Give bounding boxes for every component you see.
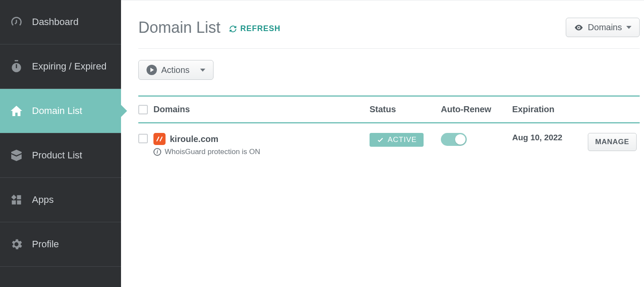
table-header: Domains Status Auto-Renew Expiration (138, 95, 640, 123)
column-domains[interactable]: Domains (153, 104, 370, 114)
gear-icon (9, 237, 24, 252)
row-checkbox[interactable] (138, 134, 148, 143)
play-icon (147, 65, 157, 75)
gauge-icon (9, 14, 24, 30)
sidebar-item-label: Expiring / Expired (32, 61, 106, 72)
expiration-date: Aug 10, 2022 (512, 133, 562, 142)
select-all-checkbox[interactable] (138, 105, 148, 114)
refresh-label: REFRESH (240, 24, 281, 33)
manage-button[interactable]: MANAGE (588, 133, 637, 151)
status-label: ACTIVE (388, 136, 417, 144)
table-row: kiroule.com i WhoisGuard protection is O… (138, 123, 640, 166)
column-auto-renew[interactable]: Auto-Renew (441, 104, 512, 114)
sidebar-item-expiring[interactable]: Expiring / Expired (0, 44, 121, 89)
status-badge: ACTIVE (370, 133, 424, 147)
box-icon (9, 148, 24, 163)
view-dropdown-label: Domains (588, 22, 622, 32)
chevron-down-icon (200, 69, 205, 72)
sidebar-item-domain-list[interactable]: Domain List (0, 89, 121, 133)
refresh-icon (229, 25, 237, 33)
sidebar-item-product-list[interactable]: Product List (0, 133, 121, 178)
page-title: Domain List (138, 19, 220, 37)
sidebar: Dashboard Expiring / Expired Domain List… (0, 0, 121, 287)
sidebar-item-dashboard[interactable]: Dashboard (0, 0, 121, 44)
sidebar-item-label: Profile (32, 239, 59, 250)
sidebar-item-label: Domain List (32, 105, 82, 117)
domain-name[interactable]: kiroule.com (170, 134, 218, 144)
actions-button[interactable]: Actions (138, 60, 214, 80)
apps-icon (9, 192, 24, 208)
auto-renew-toggle[interactable] (441, 133, 467, 146)
namecheap-logo-icon (153, 133, 166, 145)
home-icon (9, 103, 24, 119)
page-header: Domain List REFRESH Domains (138, 18, 640, 49)
sidebar-item-label: Apps (32, 194, 54, 205)
column-expiration[interactable]: Expiration (512, 104, 588, 114)
eye-icon (574, 23, 583, 32)
sidebar-item-apps[interactable]: Apps (0, 178, 121, 222)
sidebar-item-label: Product List (32, 150, 82, 161)
column-status[interactable]: Status (370, 104, 441, 114)
view-dropdown[interactable]: Domains (566, 18, 640, 37)
stopwatch-icon (9, 59, 24, 74)
refresh-button[interactable]: REFRESH (229, 24, 281, 33)
main-content: Domain List REFRESH Domains Actions Dom (121, 0, 644, 287)
info-icon: i (153, 148, 161, 156)
chevron-down-icon (626, 26, 631, 29)
whois-text: WhoisGuard protection is ON (165, 148, 260, 156)
sidebar-item-profile[interactable]: Profile (0, 222, 121, 267)
actions-label: Actions (161, 65, 190, 75)
check-icon (376, 136, 384, 144)
sidebar-item-label: Dashboard (32, 16, 79, 28)
toolbar: Actions (138, 49, 640, 95)
